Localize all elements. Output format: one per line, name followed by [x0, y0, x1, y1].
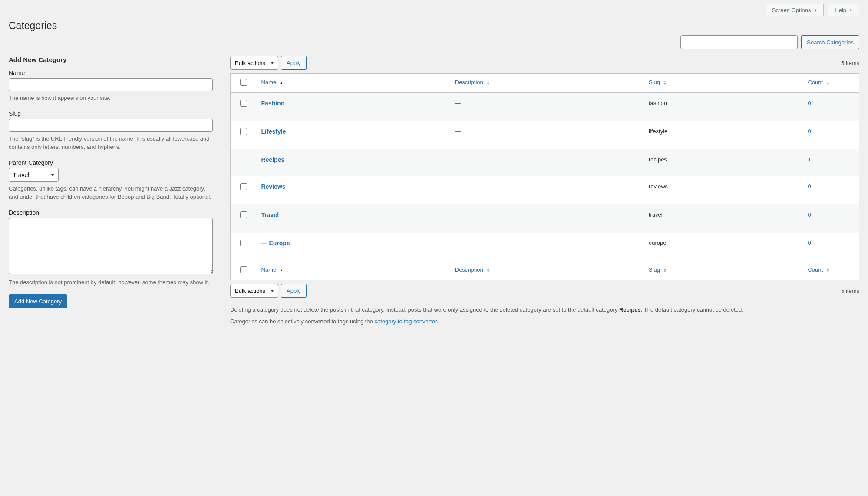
select-all-top[interactable]: [240, 79, 247, 86]
col-name-footer[interactable]: Name ▲: [257, 261, 451, 280]
row-checkbox[interactable]: [240, 100, 247, 107]
footer-note: Deleting a category does not delete the …: [230, 305, 859, 326]
row-checkbox[interactable]: [240, 211, 247, 218]
description-label: Description: [9, 209, 213, 216]
parent-select[interactable]: Travel: [9, 168, 59, 182]
apply-button-bottom[interactable]: Apply: [281, 284, 307, 298]
help-tab[interactable]: Help ▼: [828, 4, 859, 16]
table-row: Fashion—fashion0: [231, 93, 859, 121]
count-link[interactable]: 0: [808, 183, 811, 190]
screen-options-tab[interactable]: Screen Options ▼: [766, 4, 824, 16]
sort-icon: ▲▼: [826, 268, 830, 273]
slug-cell: europe: [644, 233, 804, 261]
page-title: Categories: [9, 20, 57, 32]
description-cell: —: [455, 156, 461, 163]
table-row: Travel—travel0: [231, 204, 859, 233]
sort-icon: ▲▼: [663, 268, 667, 273]
parent-desc: Categories, unlike tags, can have a hier…: [9, 184, 213, 201]
col-slug-footer[interactable]: Slug ▲▼: [644, 261, 804, 280]
count-link[interactable]: 0: [808, 100, 811, 106]
category-link[interactable]: Recipes: [261, 156, 285, 163]
slug-cell: fashion: [644, 93, 804, 121]
sort-icon: ▲▼: [486, 80, 490, 85]
description-cell: —: [455, 240, 461, 246]
chevron-down-icon: ▼: [849, 8, 853, 13]
row-checkbox[interactable]: [240, 240, 247, 246]
table-row: — Europe—europe0: [231, 233, 859, 261]
count-link[interactable]: 0: [808, 211, 811, 218]
category-link[interactable]: Travel: [261, 211, 279, 218]
category-link[interactable]: — Europe: [261, 240, 290, 246]
description-cell: —: [455, 211, 461, 218]
submit-button[interactable]: Add New Category: [9, 294, 67, 308]
description-cell: —: [455, 183, 461, 190]
slug-desc: The “slug” is the URL-friendly version o…: [9, 135, 213, 151]
description-cell: —: [455, 100, 461, 106]
table-row: Lifestyle—lifestyle0: [231, 121, 859, 149]
table-row: Reviews—reviews0: [231, 176, 859, 204]
category-link[interactable]: Fashion: [261, 100, 285, 107]
categories-table: Name ▲ Description ▲▼ Slug ▲▼ Count ▲▼: [230, 73, 859, 280]
slug-cell: lifestyle: [644, 121, 804, 149]
form-heading: Add New Category: [9, 56, 213, 63]
slug-label: Slug: [9, 110, 213, 117]
apply-button-top[interactable]: Apply: [281, 56, 307, 70]
count-link[interactable]: 1: [808, 156, 811, 163]
sort-asc-icon: ▲: [280, 82, 283, 84]
sort-icon: ▲▼: [663, 80, 667, 85]
col-description-footer[interactable]: Description ▲▼: [451, 261, 644, 280]
screen-options-label: Screen Options: [772, 7, 811, 13]
count-link[interactable]: 0: [808, 240, 811, 246]
row-checkbox[interactable]: [240, 183, 247, 190]
row-checkbox[interactable]: [240, 128, 247, 135]
description-desc: The description is not prominent by defa…: [9, 278, 213, 287]
col-count-header[interactable]: Count ▲▼: [803, 74, 859, 93]
category-link[interactable]: Reviews: [261, 183, 286, 190]
sort-icon: ▲▼: [826, 80, 830, 85]
item-count-top: 5 items: [841, 60, 859, 66]
search-input[interactable]: [680, 35, 798, 49]
chevron-down-icon: ▼: [813, 8, 817, 13]
description-textarea[interactable]: [9, 218, 213, 274]
category-link[interactable]: Lifestyle: [261, 128, 286, 135]
item-count-bottom: 5 items: [841, 288, 859, 294]
col-name-header[interactable]: Name ▲: [257, 74, 451, 93]
slug-cell: recipes: [644, 149, 804, 176]
slug-input[interactable]: [9, 119, 213, 132]
name-desc: The name is how it appears on your site.: [9, 94, 213, 102]
bulk-actions-select-bottom[interactable]: Bulk actions: [230, 284, 278, 298]
bulk-actions-select-top[interactable]: Bulk actions: [230, 56, 278, 70]
slug-cell: travel: [644, 204, 804, 233]
table-row: Recipes—recipes1: [231, 149, 859, 176]
select-all-bottom[interactable]: [240, 266, 247, 273]
name-input[interactable]: [9, 78, 213, 91]
help-label: Help: [835, 7, 846, 13]
category-to-tag-link[interactable]: category to tag converter: [374, 318, 436, 325]
name-label: Name: [9, 69, 213, 76]
col-description-header[interactable]: Description ▲▼: [451, 74, 644, 93]
search-button[interactable]: Search Categories: [801, 35, 859, 49]
description-cell: —: [455, 128, 461, 135]
col-slug-header[interactable]: Slug ▲▼: [644, 74, 804, 93]
sort-icon: ▲▼: [486, 268, 490, 273]
col-count-footer[interactable]: Count ▲▼: [803, 261, 859, 280]
slug-cell: reviews: [644, 176, 804, 204]
count-link[interactable]: 0: [808, 128, 811, 135]
sort-asc-icon: ▲: [280, 269, 283, 272]
parent-label: Parent Category: [9, 159, 213, 166]
